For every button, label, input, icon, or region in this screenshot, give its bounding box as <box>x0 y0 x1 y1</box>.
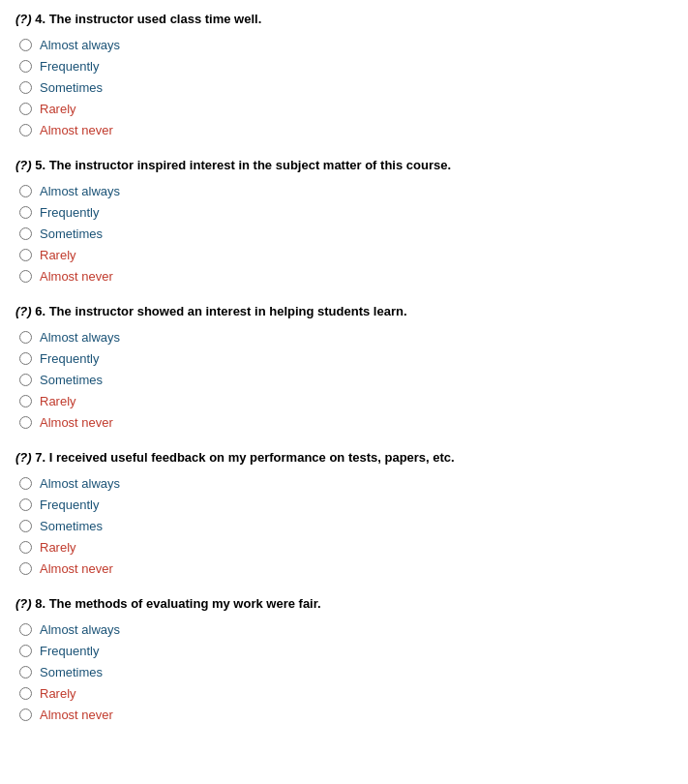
question-text-q7: 7. I received useful feedback on my perf… <box>35 450 455 465</box>
question-text-q8: 8. The methods of evaluating my work wer… <box>35 596 320 611</box>
option-item-q5-almost_never: Almost never <box>19 267 673 285</box>
option-label-q6-almost_never[interactable]: Almost never <box>40 415 113 430</box>
option-label-q6-frequently[interactable]: Frequently <box>40 351 99 366</box>
radio-q4-rarely[interactable] <box>19 103 32 115</box>
option-label-q8-almost_never[interactable]: Almost never <box>40 708 113 722</box>
question-block-q5: (?) 5. The instructor inspired interest … <box>15 158 673 285</box>
question-label-q7: (?) 7. I received useful feedback on my … <box>15 450 673 465</box>
radio-q5-almost_always[interactable] <box>19 185 32 197</box>
option-item-q6-rarely: Rarely <box>19 392 673 409</box>
radio-q6-frequently[interactable] <box>19 352 32 365</box>
option-label-q7-almost_never[interactable]: Almost never <box>40 561 113 576</box>
radio-q8-frequently[interactable] <box>19 645 32 657</box>
option-label-q7-rarely[interactable]: Rarely <box>40 540 76 555</box>
option-item-q4-frequently: Frequently <box>19 57 673 75</box>
option-item-q7-sometimes: Sometimes <box>19 517 673 534</box>
options-list-q4: Almost alwaysFrequentlySometimesRarelyAl… <box>15 36 673 138</box>
radio-q5-frequently[interactable] <box>19 206 32 219</box>
option-item-q6-frequently: Frequently <box>19 349 673 367</box>
radio-q7-sometimes[interactable] <box>19 520 32 532</box>
option-item-q8-almost_always: Almost always <box>19 620 673 638</box>
question-label-q8: (?) 8. The methods of evaluating my work… <box>15 596 673 611</box>
question-prefix-q4: (?) <box>15 12 35 26</box>
option-item-q6-almost_always: Almost always <box>19 328 673 346</box>
question-block-q7: (?) 7. I received useful feedback on my … <box>15 450 673 577</box>
option-label-q8-almost_always[interactable]: Almost always <box>40 622 120 637</box>
option-item-q8-rarely: Rarely <box>19 684 673 702</box>
question-prefix-q7: (?) <box>15 450 35 465</box>
option-label-q5-frequently[interactable]: Frequently <box>40 205 99 220</box>
radio-q6-almost_always[interactable] <box>19 331 32 344</box>
question-text-q5: 5. The instructor inspired interest in t… <box>35 158 451 172</box>
option-label-q7-almost_always[interactable]: Almost always <box>40 476 120 491</box>
option-item-q7-almost_always: Almost always <box>19 474 673 492</box>
option-item-q6-almost_never: Almost never <box>19 413 673 431</box>
option-item-q5-rarely: Rarely <box>19 246 673 263</box>
option-item-q4-almost_always: Almost always <box>19 36 673 53</box>
option-label-q5-sometimes[interactable]: Sometimes <box>40 226 103 241</box>
radio-q4-frequently[interactable] <box>19 60 32 73</box>
option-label-q8-rarely[interactable]: Rarely <box>40 686 76 701</box>
question-block-q8: (?) 8. The methods of evaluating my work… <box>15 596 673 723</box>
question-label-q5: (?) 5. The instructor inspired interest … <box>15 158 673 172</box>
radio-q6-rarely[interactable] <box>19 395 32 407</box>
option-label-q4-almost_never[interactable]: Almost never <box>40 123 113 137</box>
radio-q5-almost_never[interactable] <box>19 270 32 283</box>
option-label-q5-rarely[interactable]: Rarely <box>40 248 76 262</box>
option-label-q5-almost_never[interactable]: Almost never <box>40 269 113 284</box>
option-label-q7-sometimes[interactable]: Sometimes <box>40 519 103 533</box>
radio-q6-sometimes[interactable] <box>19 374 32 386</box>
option-item-q8-sometimes: Sometimes <box>19 663 673 680</box>
option-label-q4-rarely[interactable]: Rarely <box>40 102 76 116</box>
radio-q8-rarely[interactable] <box>19 687 32 700</box>
option-label-q7-frequently[interactable]: Frequently <box>40 498 99 512</box>
option-label-q6-almost_always[interactable]: Almost always <box>40 330 120 345</box>
radio-q7-rarely[interactable] <box>19 541 32 554</box>
question-text-q6: 6. The instructor showed an interest in … <box>35 304 406 318</box>
question-label-q4: (?) 4. The instructor used class time we… <box>15 12 673 26</box>
radio-q7-almost_always[interactable] <box>19 477 32 490</box>
options-list-q6: Almost alwaysFrequentlySometimesRarelyAl… <box>15 328 673 431</box>
question-prefix-q6: (?) <box>15 304 35 318</box>
radio-q6-almost_never[interactable] <box>19 416 32 429</box>
options-list-q5: Almost alwaysFrequentlySometimesRarelyAl… <box>15 182 673 285</box>
radio-q4-sometimes[interactable] <box>19 81 32 94</box>
question-block-q4: (?) 4. The instructor used class time we… <box>15 12 673 138</box>
question-block-q6: (?) 6. The instructor showed an interest… <box>15 304 673 431</box>
option-item-q7-frequently: Frequently <box>19 496 673 513</box>
radio-q5-rarely[interactable] <box>19 249 32 261</box>
option-item-q8-almost_never: Almost never <box>19 706 673 723</box>
question-text-q4: 4. The instructor used class time well. <box>35 12 261 26</box>
question-prefix-q8: (?) <box>15 596 35 611</box>
radio-q7-almost_never[interactable] <box>19 562 32 575</box>
radio-q4-almost_always[interactable] <box>19 39 32 51</box>
radio-q5-sometimes[interactable] <box>19 227 32 240</box>
option-label-q6-rarely[interactable]: Rarely <box>40 394 76 408</box>
option-label-q4-sometimes[interactable]: Sometimes <box>40 80 103 95</box>
radio-q8-almost_always[interactable] <box>19 623 32 636</box>
option-item-q7-rarely: Rarely <box>19 538 673 556</box>
option-item-q4-sometimes: Sometimes <box>19 78 673 96</box>
survey-container: (?) 4. The instructor used class time we… <box>15 12 673 723</box>
radio-q4-almost_never[interactable] <box>19 124 32 136</box>
options-list-q7: Almost alwaysFrequentlySometimesRarelyAl… <box>15 474 673 577</box>
option-label-q6-sometimes[interactable]: Sometimes <box>40 373 103 387</box>
option-item-q4-rarely: Rarely <box>19 100 673 117</box>
question-prefix-q5: (?) <box>15 158 35 172</box>
option-label-q4-almost_always[interactable]: Almost always <box>40 38 120 52</box>
option-item-q8-frequently: Frequently <box>19 642 673 659</box>
radio-q8-sometimes[interactable] <box>19 666 32 678</box>
options-list-q8: Almost alwaysFrequentlySometimesRarelyAl… <box>15 620 673 723</box>
option-item-q5-sometimes: Sometimes <box>19 225 673 242</box>
option-item-q7-almost_never: Almost never <box>19 559 673 577</box>
option-item-q6-sometimes: Sometimes <box>19 371 673 388</box>
radio-q8-almost_never[interactable] <box>19 709 32 721</box>
option-item-q5-frequently: Frequently <box>19 203 673 221</box>
option-label-q8-frequently[interactable]: Frequently <box>40 644 99 658</box>
option-label-q8-sometimes[interactable]: Sometimes <box>40 665 103 679</box>
option-item-q5-almost_always: Almost always <box>19 182 673 199</box>
radio-q7-frequently[interactable] <box>19 498 32 511</box>
option-label-q4-frequently[interactable]: Frequently <box>40 59 99 74</box>
option-label-q5-almost_always[interactable]: Almost always <box>40 184 120 198</box>
question-label-q6: (?) 6. The instructor showed an interest… <box>15 304 673 318</box>
